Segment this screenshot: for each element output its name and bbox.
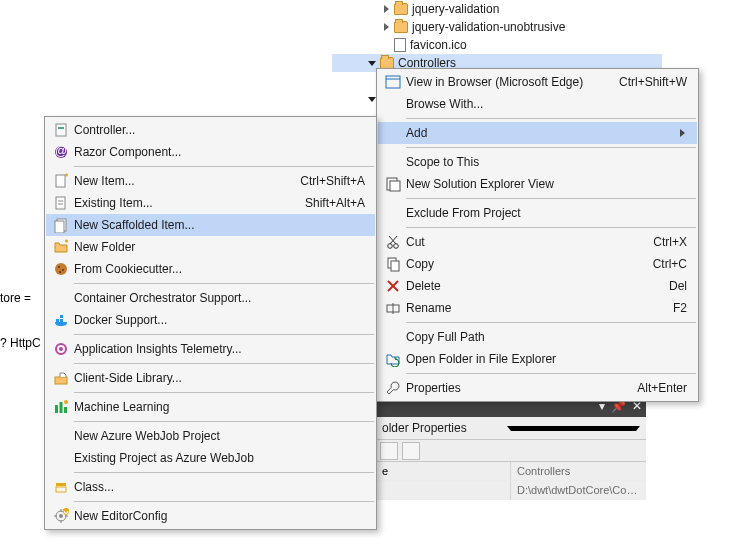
menu-separator: [406, 198, 696, 199]
menu-item-label: New EditorConfig: [74, 509, 365, 523]
controller-icon: [48, 122, 74, 138]
menu-item-new-solution-explorer-view[interactable]: New Solution Explorer View: [378, 173, 697, 195]
menu-item-label: Client-Side Library...: [74, 371, 365, 385]
menu-item-label: Class...: [74, 480, 365, 494]
menu-item-label: New Folder: [74, 240, 365, 254]
menu-item-new-scaffolded-item[interactable]: New Scaffolded Item...: [46, 214, 375, 236]
svg-rect-33: [55, 377, 67, 384]
expand-icon[interactable]: [380, 3, 392, 15]
menu-item-add[interactable]: Add: [378, 122, 697, 144]
property-name[interactable]: [376, 481, 511, 500]
svg-point-32: [59, 347, 63, 351]
menu-separator: [74, 472, 374, 473]
menu-item-cut[interactable]: CutCtrl+X: [378, 231, 697, 253]
tree-item-label: favicon.ico: [410, 38, 467, 52]
menu-item-client-side-library[interactable]: Client-Side Library...: [46, 367, 375, 389]
menu-item-new-folder[interactable]: New Folder: [46, 236, 375, 258]
menu-item-machine-learning[interactable]: Machine Learning: [46, 396, 375, 418]
menu-item-from-cookiecutter[interactable]: From Cookiecutter...: [46, 258, 375, 280]
context-menu-add[interactable]: Controller...@Razor Component...New Item…: [44, 116, 377, 530]
context-menu-main[interactable]: View in Browser (Microsoft Edge)Ctrl+Shi…: [376, 68, 699, 402]
menu-item-browse-with[interactable]: Browse With...: [378, 93, 697, 115]
menu-item-label: Rename: [406, 301, 673, 315]
menu-item-label: Razor Component...: [74, 145, 365, 159]
svg-rect-3: [390, 181, 400, 191]
svg-point-37: [64, 400, 68, 404]
delete-icon: [380, 278, 406, 294]
menu-item-docker-support[interactable]: Docker Support...: [46, 309, 375, 331]
menu-separator: [406, 373, 696, 374]
menu-item-rename[interactable]: RenameF2: [378, 297, 697, 319]
menu-item-label: Docker Support...: [74, 313, 365, 327]
menu-item-label: Copy Full Path: [406, 330, 687, 344]
menu-item-copy[interactable]: CopyCtrl+C: [378, 253, 697, 275]
property-value[interactable]: Controllers: [511, 462, 646, 481]
cookie-icon: [48, 261, 74, 277]
menu-item-application-insights-telemetry[interactable]: Application Insights Telemetry...: [46, 338, 375, 360]
property-name[interactable]: e: [376, 462, 511, 481]
rename-icon: [380, 300, 406, 316]
menu-item-view-in-browser-microsoft-edge[interactable]: View in Browser (Microsoft Edge)Ctrl+Shi…: [378, 71, 697, 93]
menu-separator: [74, 334, 374, 335]
menu-item-new-item[interactable]: New Item...Ctrl+Shift+A: [46, 170, 375, 192]
menu-item-container-orchestrator-support[interactable]: Container Orchestrator Support...: [46, 287, 375, 309]
tree-item[interactable]: favicon.ico: [332, 36, 662, 54]
tree-item[interactable]: jquery-validation: [332, 0, 662, 18]
menu-item-shortcut: F2: [673, 301, 687, 315]
menu-item-label: Add: [406, 126, 677, 140]
tree-item[interactable]: jquery-validation-unobtrusive: [332, 18, 662, 36]
ai-icon: [48, 341, 74, 357]
menu-item-label: Scope to This: [406, 155, 687, 169]
menu-separator: [406, 227, 696, 228]
menu-item-delete[interactable]: DeleteDel: [378, 275, 697, 297]
menu-item-controller[interactable]: Controller...: [46, 119, 375, 141]
expand-icon[interactable]: [380, 39, 392, 51]
docker-icon: [48, 312, 74, 328]
svg-rect-36: [64, 407, 67, 413]
menu-item-copy-full-path[interactable]: Copy Full Path: [378, 326, 697, 348]
menu-item-label: Application Insights Telemetry...: [74, 342, 365, 356]
svg-rect-14: [56, 124, 66, 136]
properties-object: older Properties: [382, 421, 507, 435]
tree-item-label: jquery-validation-unobtrusive: [412, 20, 565, 34]
svg-rect-39: [56, 487, 66, 492]
svg-rect-9: [391, 261, 399, 271]
menu-item-label: Controller...: [74, 123, 365, 137]
folder-icon: [394, 3, 408, 15]
svg-rect-28: [56, 319, 59, 322]
property-value[interactable]: D:\dwt\dwtDotCore\Controllers\: [511, 481, 646, 500]
menu-item-exclude-from-project[interactable]: Exclude From Project: [378, 202, 697, 224]
submenu-arrow-icon: [677, 126, 687, 140]
new-folder-icon: [48, 239, 74, 255]
alpha-sort-button[interactable]: [402, 442, 420, 460]
categorize-button[interactable]: [380, 442, 398, 460]
menu-item-shortcut: Del: [669, 279, 687, 293]
menu-item-scope-to-this[interactable]: Scope to This: [378, 151, 697, 173]
expand-icon[interactable]: [380, 21, 392, 33]
menu-item-open-folder-in-file-explorer[interactable]: Open Folder in File Explorer: [378, 348, 697, 370]
cut-icon: [380, 234, 406, 250]
menu-item-properties[interactable]: PropertiesAlt+Enter: [378, 377, 697, 399]
properties-toolbar: [376, 440, 646, 462]
svg-point-24: [55, 263, 67, 275]
menu-item-razor-component[interactable]: @Razor Component...: [46, 141, 375, 163]
svg-point-26: [62, 269, 64, 271]
menu-item-label: Existing Item...: [74, 196, 305, 210]
class-icon: [48, 479, 74, 495]
chevron-down-icon: [507, 426, 640, 431]
menu-item-existing-item[interactable]: Existing Item...Shift+Alt+A: [46, 192, 375, 214]
menu-item-label: Machine Learning: [74, 400, 365, 414]
menu-item-new-azure-webjob-project[interactable]: New Azure WebJob Project: [46, 425, 375, 447]
code-editor-bg: tore = ? HttpC: [0, 290, 41, 350]
svg-point-27: [59, 271, 61, 273]
browser-icon: [380, 74, 406, 90]
menu-item-new-editorconfig[interactable]: ✦New EditorConfig: [46, 505, 375, 527]
scaffold-icon: [48, 217, 74, 233]
svg-point-4: [388, 244, 393, 249]
tree-item-label: jquery-validation: [412, 2, 499, 16]
menu-separator: [406, 118, 696, 119]
properties-header[interactable]: older Properties: [376, 417, 646, 440]
menu-item-existing-project-as-azure-webjob[interactable]: Existing Project as Azure WebJob: [46, 447, 375, 469]
svg-rect-29: [60, 319, 63, 322]
menu-item-class[interactable]: Class...: [46, 476, 375, 498]
